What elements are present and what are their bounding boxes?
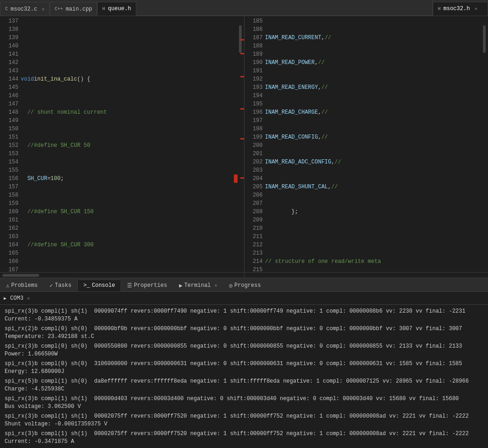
cpp-file-icon: C++ bbox=[55, 6, 63, 12]
code-line-r-189: INAM_READ_CONFIG,// bbox=[265, 133, 482, 141]
error-indicator-3 bbox=[240, 76, 244, 77]
error-indicator-2 bbox=[240, 53, 244, 54]
progress-icon: ◎ bbox=[229, 282, 232, 289]
tab-console[interactable]: >_ Console bbox=[77, 279, 121, 291]
left-vertical-scrollbar[interactable] bbox=[238, 16, 244, 272]
tab-label-maincpp: main.cpp bbox=[66, 6, 93, 12]
console-output[interactable]: spi_rx(3)b compl(1) sh(1) 00009074ff rev… bbox=[0, 305, 488, 448]
tab-problems[interactable]: ⚠ Problems bbox=[0, 279, 44, 291]
bottom-panel: ⚠ Problems ✓ Tasks >_ Console ☰ Properti… bbox=[0, 278, 488, 448]
left-code-lines: void init_ina_calc() { // shunt nominal … bbox=[21, 16, 238, 272]
code-line-r-191: INAM_READ_SHUNT_CAL,// bbox=[265, 183, 482, 191]
tab-msoc32h[interactable]: H msoc32.h ✕ bbox=[433, 2, 488, 16]
code-line-r-187: INAM_READ_ENERGY,// bbox=[265, 83, 482, 92]
right-scroll-thumb[interactable] bbox=[483, 25, 486, 53]
c-file-icon: C bbox=[5, 6, 8, 12]
tab-label-console: Console bbox=[92, 282, 115, 289]
code-line-143: //#define SH_CUR 300 bbox=[21, 241, 238, 249]
left-code-content[interactable]: void init_ina_calc() { // shunt nominal … bbox=[21, 16, 238, 272]
right-line-numbers: 185186187188 189190191192 193194195196 1… bbox=[244, 16, 265, 272]
console-line-12: Bus voltage: 3.062500 V bbox=[5, 403, 483, 411]
tab-progress[interactable]: ◎ Progress bbox=[223, 279, 267, 291]
code-line-r-190: INAM_READ_ADC_CONFIG,// bbox=[265, 158, 482, 166]
h-file-icon-right: H bbox=[438, 6, 441, 12]
terminal-small-icon: ▶ bbox=[4, 296, 6, 301]
code-line-138: void init_ina_calc() { bbox=[21, 75, 238, 83]
console-section-3: spi_rx(3)b compl(0) sh(0) 0000550800 rev… bbox=[5, 343, 483, 358]
left-h-scroll-thumb[interactable] bbox=[2, 274, 39, 277]
right-horizontal-scrollbar[interactable] bbox=[244, 272, 488, 278]
tab-properties[interactable]: ☰ Properties bbox=[121, 279, 173, 291]
right-vertical-scrollbar[interactable] bbox=[482, 16, 488, 272]
left-code-panel: 137138139140 141142143144 145146147148 1… bbox=[0, 16, 244, 278]
bottom-tab-bar: ⚠ Problems ✓ Tasks >_ Console ☰ Properti… bbox=[0, 278, 488, 292]
console-section-2: spi_rx(2)b compl(0) sh(0) 000000bf0b rev… bbox=[5, 325, 483, 341]
error-indicator-1 bbox=[240, 39, 244, 41]
tab-label-msoc32c: msoc32.c bbox=[11, 6, 37, 12]
tab-terminal[interactable]: ▶ Terminal ✕ bbox=[173, 279, 223, 291]
console-section-8: spi_rx(3)b compl(1) sh(1) 00002075ff rev… bbox=[5, 430, 483, 446]
tab-label-terminal: Terminal bbox=[184, 282, 211, 289]
tab-label-queueh: queue.h bbox=[108, 6, 131, 12]
left-line-numbers: 137138139140 141142143144 145146147148 1… bbox=[0, 16, 21, 272]
editor-tab-bar: C msoc32.c ✕ C++ main.cpp H queue.h H ms… bbox=[0, 0, 488, 16]
com3-label: COM3 bbox=[10, 295, 23, 302]
problems-icon: ⚠ bbox=[6, 282, 9, 289]
editor-area: 137138139140 141142143144 145146147148 1… bbox=[0, 16, 488, 278]
tasks-icon: ✓ bbox=[50, 282, 53, 289]
console-section-4: spi_rx(3)b compl(0) sh(0) 3106000000 rev… bbox=[5, 360, 483, 376]
console-line-6: Power: 1.066500W bbox=[5, 350, 483, 358]
code-line-r-194: // structure of one read/write meta bbox=[265, 257, 482, 266]
code-line-r-185: INAM_READ_CURRENT,// bbox=[265, 34, 482, 42]
code-line-r-193 bbox=[265, 233, 482, 241]
console-line-9: spi_rx(5)b compl(1) sh(0) da8effffff rev… bbox=[5, 378, 483, 385]
tab-label-properties: Properties bbox=[134, 282, 167, 289]
console-line-16: Current: -0.3471875 A bbox=[5, 438, 483, 446]
right-code-lines: INAM_READ_CURRENT,// INAM_READ_POWER,// … bbox=[265, 16, 482, 272]
h-file-icon: H bbox=[102, 6, 105, 12]
console-line-3: spi_rx(2)b compl(0) sh(0) 000000bf0b rev… bbox=[5, 325, 483, 333]
console-line-4: Temperature: 23.492188 st.C bbox=[5, 333, 483, 341]
error-marker-141 bbox=[234, 175, 238, 183]
console-section-5: spi_rx(5)b compl(1) sh(0) da8effffff rev… bbox=[5, 378, 483, 393]
console-section-7: spi_rx(3)b compl(1) sh(1) 00002075ff rev… bbox=[5, 413, 483, 428]
console-section-1: spi_rx(3)b compl(1) sh(1) 00009074ff rev… bbox=[5, 308, 483, 323]
error-indicator-4 bbox=[240, 108, 244, 110]
tab-queueh[interactable]: H queue.h bbox=[97, 2, 136, 16]
right-code-content[interactable]: INAM_READ_CURRENT,// INAM_READ_POWER,// … bbox=[265, 16, 482, 272]
console-line-13: spi_rx(3)b compl(1) sh(1) 00002075ff rev… bbox=[5, 413, 483, 420]
code-line-142: //#define SH_CUR 150 bbox=[21, 208, 238, 216]
code-line-r-192: }; bbox=[265, 208, 482, 216]
console-line-15: spi_rx(3)b compl(1) sh(1) 00002075ff rev… bbox=[5, 430, 483, 438]
code-line-r-186: INAM_READ_POWER,// bbox=[265, 58, 482, 67]
code-line-r-188: INAM_READ_CHARGE,// bbox=[265, 108, 482, 116]
console-line-11: spi_rx(3)b compl(1) sh(1) 000000d403 rev… bbox=[5, 395, 483, 403]
tab-tasks[interactable]: ✓ Tasks bbox=[44, 279, 77, 291]
console-icon: >_ bbox=[83, 282, 90, 289]
console-section-6: spi_rx(3)b compl(1) sh(1) 000000d403 rev… bbox=[5, 395, 483, 411]
console-line-10: Charge: -4.525938C bbox=[5, 385, 483, 393]
tab-label-msoc32h: msoc32.h bbox=[443, 6, 470, 12]
tab-close-msoc32h[interactable]: ✕ bbox=[475, 6, 477, 12]
console-line-2: Current: -0.34859375 A bbox=[5, 315, 483, 323]
properties-icon: ☰ bbox=[127, 282, 132, 289]
console-line-1: spi_rx(3)b compl(1) sh(1) 00009074ff rev… bbox=[5, 308, 483, 315]
console-line-14: Shunt voltage: -0.00017359375 V bbox=[5, 420, 483, 428]
tab-close-msoc32c[interactable]: ✕ bbox=[42, 6, 45, 12]
code-line-140: //#define SH_CUR 50 bbox=[21, 141, 238, 150]
error-indicator-6 bbox=[240, 177, 244, 179]
terminal-icon: ▶ bbox=[179, 282, 182, 289]
code-line-137 bbox=[21, 42, 238, 50]
tab-label-tasks: Tasks bbox=[55, 282, 71, 289]
console-line-8: Energy: 12.680000J bbox=[5, 368, 483, 376]
left-horizontal-scrollbar[interactable] bbox=[0, 272, 244, 278]
error-indicator-5 bbox=[240, 138, 244, 140]
right-code-panel: 185186187188 189190191192 193194195196 1… bbox=[244, 16, 488, 278]
console-line-7: spi_rx(3)b compl(0) sh(0) 3106000000 rev… bbox=[5, 360, 483, 368]
tab-label-problems: Problems bbox=[11, 282, 38, 289]
tab-msoc32c[interactable]: C msoc32.c ✕ bbox=[0, 2, 50, 16]
tab-close-terminal[interactable]: ✕ bbox=[215, 283, 217, 288]
tab-maincpp[interactable]: C++ main.cpp bbox=[50, 2, 98, 16]
tab-label-progress: Progress bbox=[234, 282, 261, 289]
com3-close[interactable]: ✕ bbox=[27, 296, 30, 301]
